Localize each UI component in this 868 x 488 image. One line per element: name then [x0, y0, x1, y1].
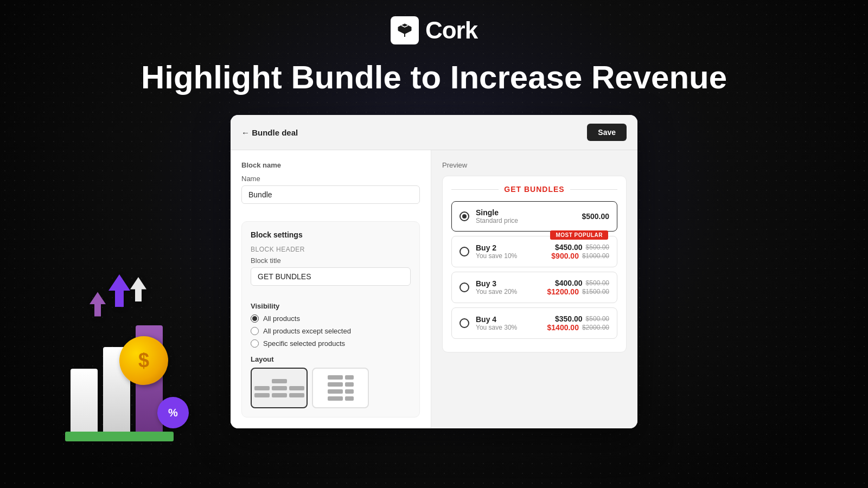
bundle-prices-single: $500.00 — [582, 212, 609, 221]
bundle-name-single: Single — [476, 208, 575, 217]
price-buy3-total: $1200.00 — [547, 287, 579, 296]
save-button[interactable]: Save — [587, 124, 627, 141]
logo-icon — [391, 16, 419, 44]
radio-single — [459, 211, 469, 221]
name-label: Name — [241, 175, 420, 183]
radio-specific[interactable]: Specific selected products — [251, 339, 411, 348]
block-header-label: Block header — [251, 246, 411, 253]
bundle-name-buy4: Buy 4 — [476, 315, 541, 324]
price-buy2-total-old: $1000.00 — [582, 252, 609, 260]
price-row-buy4-1: $350.00 $500.00 — [547, 314, 609, 323]
price-buy3-new: $400.00 — [555, 279, 583, 287]
bundle-sub-buy4: You save 30% — [476, 324, 541, 331]
bundle-info-buy3: Buy 3 You save 20% — [476, 279, 541, 296]
block-title-label: Block title — [251, 256, 411, 265]
bundle-prices-buy2: $450.00 $500.00 $900.00 $1000.00 — [551, 243, 609, 260]
main-card: ← Bundle deal Save Block name Name Block… — [231, 115, 637, 428]
block-name-label: Block name — [241, 161, 420, 169]
bundle-item-buy3[interactable]: Buy 3 You save 20% $400.00 $500.00 $1200… — [451, 272, 617, 303]
radio-buy2 — [459, 247, 469, 256]
card-body: Block name Name Block settings Block hea… — [231, 150, 637, 428]
bundle-info-single: Single Standard price — [476, 208, 575, 224]
radio-except[interactable]: All products except selected — [251, 327, 411, 335]
block-settings-label: Block settings — [251, 230, 411, 239]
bundle-info-buy2: Buy 2 You save 10% — [476, 243, 545, 260]
visibility-label: Visibility — [251, 302, 411, 310]
name-input[interactable] — [241, 185, 420, 204]
price-buy4-total: $1400.00 — [547, 323, 579, 332]
radio-buy4 — [459, 318, 469, 328]
price-row-buy2-1: $450.00 $500.00 — [551, 243, 609, 252]
layout-option-1[interactable] — [251, 368, 308, 408]
header-line-left — [451, 189, 499, 190]
left-panel: Block name Name Block settings Block hea… — [231, 150, 431, 428]
price-buy4-new: $350.00 — [555, 314, 583, 323]
price-row-buy3-1: $400.00 $500.00 — [547, 279, 609, 287]
price-buy3-old: $500.00 — [586, 279, 609, 287]
bundle-name-buy2: Buy 2 — [476, 243, 545, 252]
visibility-radio-group: All products All products except selecte… — [251, 314, 411, 348]
price-row-buy3-2: $1200.00 $1500.00 — [547, 287, 609, 296]
radio-all-products[interactable]: All products — [251, 314, 411, 323]
layout-options — [251, 368, 411, 408]
decorative-base — [65, 432, 174, 441]
radio-all-label: All products — [263, 314, 300, 323]
logo-bar: Cork — [391, 16, 477, 44]
bundle-name-buy3: Buy 3 — [476, 279, 541, 288]
preview-label: Preview — [442, 161, 627, 169]
right-panel: Preview GET BUNDLES Single Standard pric… — [431, 150, 637, 428]
bundle-prices-buy3: $400.00 $500.00 $1200.00 $1500.00 — [547, 279, 609, 296]
layout-option-2[interactable] — [312, 368, 369, 408]
bundles-header: GET BUNDLES — [451, 185, 617, 194]
page-content: Cork Highlight Bundle to Increase Revenu… — [0, 0, 868, 428]
bundles-title: GET BUNDLES — [504, 185, 564, 194]
block-title-input[interactable] — [251, 267, 411, 286]
block-settings: Block settings Block header Block title … — [241, 221, 420, 418]
price-row-buy4-2: $1400.00 $2000.00 — [547, 323, 609, 332]
bundle-info-buy4: Buy 4 You save 30% — [476, 315, 541, 331]
bundle-sub-buy3: You save 20% — [476, 288, 541, 296]
price-buy2-total: $900.00 — [551, 252, 579, 260]
radio-except-label: All products except selected — [263, 327, 351, 335]
price-row-buy2-2: $900.00 $1000.00 — [551, 252, 609, 260]
bundle-sub-single: Standard price — [476, 217, 575, 224]
card-header: ← Bundle deal Save — [231, 115, 637, 150]
bundle-prices-buy4: $350.00 $500.00 $1400.00 $2000.00 — [547, 314, 609, 332]
layout-label: Layout — [251, 355, 411, 363]
price-buy4-total-old: $2000.00 — [582, 324, 609, 331]
bundle-item-single[interactable]: Single Standard price $500.00 — [451, 201, 617, 232]
bundle-item-buy4[interactable]: Buy 4 You save 30% $350.00 $500.00 $1400… — [451, 307, 617, 339]
most-popular-badge: MOST POPULAR — [550, 230, 608, 240]
radio-buy3 — [459, 282, 469, 292]
price-single: $500.00 — [582, 212, 609, 221]
back-button[interactable]: ← Bundle deal — [241, 128, 298, 137]
price-buy4-old: $500.00 — [586, 315, 609, 323]
price-buy2-old: $500.00 — [586, 243, 609, 251]
header-line-right — [570, 189, 617, 190]
bundle-sub-buy2: You save 10% — [476, 252, 545, 260]
radio-specific-input[interactable] — [251, 339, 259, 348]
preview-box: GET BUNDLES Single Standard price $500.0… — [442, 176, 627, 352]
logo-text: Cork — [425, 17, 477, 44]
price-buy3-total-old: $1500.00 — [582, 288, 609, 296]
radio-except-input[interactable] — [251, 327, 259, 335]
price-buy2-new: $450.00 — [555, 243, 583, 252]
radio-specific-label: Specific selected products — [263, 339, 345, 348]
bundle-item-buy2[interactable]: MOST POPULAR Buy 2 You save 10% $450.00 … — [451, 236, 617, 267]
hero-title: Highlight Bundle to Increase Revenue — [141, 60, 727, 95]
radio-all-input[interactable] — [251, 314, 259, 323]
